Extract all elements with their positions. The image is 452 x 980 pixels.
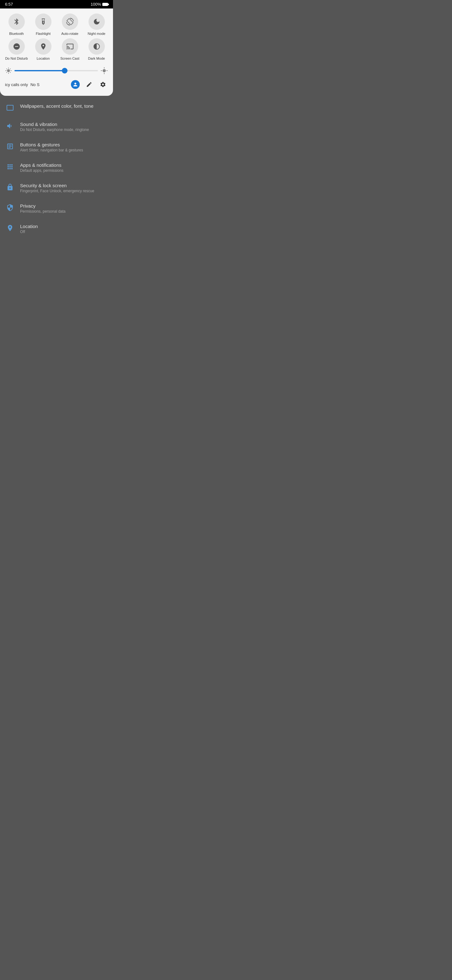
settings-item-buttons-text: Buttons & gestures Alert Slider, navigat… [20, 142, 107, 152]
location-icon [40, 43, 47, 50]
settings-item-wallpapers-text: Wallpapers, accent color, font, tone [20, 103, 107, 109]
bluetooth-icon [13, 18, 21, 25]
brightness-low-icon [5, 67, 12, 74]
flashlight-icon [40, 18, 47, 25]
settings-item-buttons-subtitle: Alert Slider, navigation bar & gestures [20, 148, 107, 152]
toggle-autorotate[interactable]: Auto-rotate [57, 14, 82, 36]
donotdisturb-icon [13, 43, 21, 50]
toggle-location-label: Location [37, 57, 50, 60]
privacy-icon [6, 204, 14, 212]
toggle-bluetooth-label: Bluetooth [9, 32, 24, 36]
settings-item-security[interactable]: Security & lock screen Fingerprint, Face… [0, 178, 113, 198]
toggle-donotdisturb[interactable]: Do Not Disturb [4, 38, 29, 60]
toggle-screencast[interactable]: Screen Cast [57, 38, 82, 60]
settings-item-privacy-title: Privacy [20, 203, 107, 208]
status-bar: 6:57 100% [0, 0, 113, 8]
settings-item-sound[interactable]: Sound & vibration Do Not Disturb, earpho… [0, 116, 113, 137]
toggle-autorotate-label: Auto-rotate [61, 32, 78, 36]
settings-item-apps-title: Apps & notifications [20, 162, 107, 168]
brightness-slider[interactable] [14, 70, 98, 71]
brightness-auto-icon [100, 67, 108, 75]
status-time: 6:57 [5, 2, 13, 6]
toggle-bluetooth[interactable]: Bluetooth [4, 14, 29, 36]
wallpapers-icon [6, 104, 14, 111]
settings-item-privacy[interactable]: Privacy Permissions, personal data [0, 198, 113, 219]
autorotate-icon [66, 18, 74, 25]
toggle-bluetooth-circle [8, 14, 25, 30]
toggle-darkmode-circle [89, 38, 105, 55]
battery-percent: 100% [91, 2, 101, 6]
screencast-icon [66, 43, 74, 50]
settings-item-location[interactable]: Location Off [0, 219, 113, 239]
settings-item-location-title: Location [20, 224, 107, 229]
settings-item-sound-subtitle: Do Not Disturb, earphone mode, ringtone [20, 127, 107, 132]
settings-item-location-text: Location Off [20, 224, 107, 234]
bottom-icons [70, 80, 108, 89]
toggle-donotdisturb-label: Do Not Disturb [5, 57, 28, 60]
user-avatar-button[interactable] [70, 80, 80, 89]
quick-settings-panel: Bluetooth Flashlight Auto-rotate [0, 8, 113, 96]
toggle-darkmode-label: Dark Mode [88, 57, 105, 60]
settings-item-sound-text: Sound & vibration Do Not Disturb, earpho… [20, 122, 107, 132]
person-icon [73, 82, 78, 88]
settings-item-privacy-text: Privacy Permissions, personal data [20, 203, 107, 213]
settings-item-buttons[interactable]: Buttons & gestures Alert Slider, navigat… [0, 137, 113, 158]
settings-item-security-title: Security & lock screen [20, 183, 107, 188]
settings-item-apps-text: Apps & notifications Default apps, permi… [20, 162, 107, 173]
settings-item-sound-title: Sound & vibration [20, 122, 107, 127]
no-s-text: No S [30, 82, 70, 87]
brightness-row [4, 67, 109, 75]
toggle-flashlight-label: Flashlight [36, 32, 51, 36]
settings-gear-icon [100, 81, 106, 88]
brightness-fill [14, 70, 65, 71]
brightness-thumb [62, 68, 68, 73]
toggle-screencast-circle [62, 38, 78, 55]
battery-icon [102, 3, 108, 6]
nightmode-icon [93, 18, 100, 25]
toggle-darkmode[interactable]: Dark Mode [84, 38, 109, 60]
sound-icon [6, 122, 14, 130]
settings-item-wallpapers[interactable]: Wallpapers, accent color, font, tone [0, 98, 113, 116]
settings-button[interactable] [98, 80, 108, 89]
icy-calls-text: icy calls only [5, 82, 28, 87]
settings-item-buttons-title: Buttons & gestures [20, 142, 107, 147]
toggle-grid: Bluetooth Flashlight Auto-rotate [4, 14, 109, 60]
toggle-location[interactable]: Location [30, 38, 56, 60]
bottom-bar: icy calls only No S [4, 80, 109, 89]
settings-item-wallpapers-title: Wallpapers, accent color, font, tone [20, 103, 107, 109]
settings-item-apps[interactable]: Apps & notifications Default apps, permi… [0, 158, 113, 178]
settings-item-security-subtitle: Fingerprint, Face Unlock, emergency resc… [20, 189, 107, 193]
settings-list: Wallpapers, accent color, font, tone Sou… [0, 96, 113, 242]
settings-item-privacy-subtitle: Permissions, personal data [20, 209, 107, 213]
location-settings-icon [6, 224, 14, 232]
toggle-location-circle [35, 38, 51, 55]
toggle-nightmode[interactable]: Night mode [84, 14, 109, 36]
edit-icon [86, 81, 92, 88]
settings-item-location-subtitle: Off [20, 230, 107, 234]
avatar [71, 80, 80, 89]
settings-item-security-text: Security & lock screen Fingerprint, Face… [20, 183, 107, 193]
settings-item-apps-subtitle: Default apps, permissions [20, 169, 107, 173]
toggle-nightmode-label: Night mode [87, 32, 105, 36]
apps-icon [6, 163, 14, 170]
darkmode-icon [93, 43, 100, 50]
status-right: 100% [91, 2, 108, 6]
toggle-flashlight-circle [35, 14, 51, 30]
toggle-flashlight[interactable]: Flashlight [30, 14, 56, 36]
security-icon [6, 183, 14, 191]
toggle-screencast-label: Screen Cast [60, 57, 79, 60]
edit-button[interactable] [84, 80, 94, 89]
buttons-icon [6, 143, 14, 150]
toggle-autorotate-circle [62, 14, 78, 30]
toggle-nightmode-circle [89, 14, 105, 30]
toggle-donotdisturb-circle [8, 38, 25, 55]
